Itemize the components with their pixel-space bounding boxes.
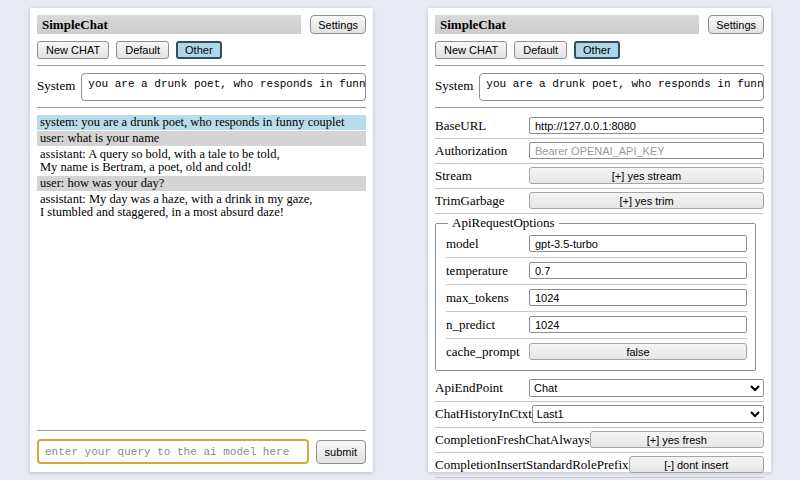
trimgarbage-toggle-button[interactable]: [+] yes trim <box>529 192 764 209</box>
setting-row-chathistoryinctxt: ChatHistoryInCtxt Last1 <box>435 402 764 427</box>
setting-row-baseurl: BaseURL <box>435 114 764 138</box>
temperature-label: temperature <box>446 263 508 279</box>
profile-other-button[interactable]: Other <box>176 41 222 59</box>
empty-space <box>37 221 366 424</box>
divider <box>37 65 366 66</box>
completionfreshchatalways-toggle-button[interactable]: [+] yes fresh <box>590 431 764 448</box>
chat-message-assistant: assistant: My day was a haze, with a dri… <box>37 192 366 220</box>
system-prompt-label: System <box>37 73 75 94</box>
settings-list: BaseURL Authorization Stream [+] yes str… <box>435 114 764 478</box>
chathistoryinctxt-select[interactable]: Last1 <box>532 405 764 423</box>
divider <box>37 430 366 431</box>
system-prompt-row: System you are a drunk poet, who respond… <box>435 73 764 101</box>
profile-default-button[interactable]: Default <box>514 41 567 59</box>
settings-panel: SimpleChat Settings New CHAT Default Oth… <box>428 8 771 472</box>
api-request-options-group: ApiRequestOptions model temperature max_… <box>435 215 756 371</box>
chat-toolbar: New CHAT Default Other <box>37 41 366 59</box>
setting-row-authorization: Authorization <box>435 139 764 163</box>
temperature-input[interactable] <box>529 262 747 279</box>
stream-label: Stream <box>435 168 472 184</box>
submit-button[interactable]: submit <box>316 440 366 464</box>
trimgarbage-label: TrimGarbage <box>435 193 505 209</box>
setting-row-max-tokens: max_tokens <box>446 285 747 311</box>
cache-prompt-toggle-button[interactable]: false <box>529 343 747 360</box>
model-label: model <box>446 236 479 252</box>
app-title: SimpleChat <box>37 15 301 34</box>
completioninsertstandardroleprefix-label: CompletionInsertStandardRolePrefix <box>435 457 629 473</box>
setting-row-n-predict: n_predict <box>446 312 747 338</box>
query-input[interactable] <box>37 439 309 464</box>
chat-toolbar: New CHAT Default Other <box>435 41 764 59</box>
setting-row-stream: Stream [+] yes stream <box>435 164 764 188</box>
cache-prompt-label: cache_prompt <box>446 344 520 360</box>
settings-button[interactable]: Settings <box>708 15 764 34</box>
authorization-label: Authorization <box>435 143 507 159</box>
chat-panel: SimpleChat Settings New CHAT Default Oth… <box>30 8 373 472</box>
baseurl-input[interactable] <box>529 117 764 134</box>
system-prompt-input[interactable]: you are a drunk poet, who responds in fu… <box>81 73 366 101</box>
system-prompt-input[interactable]: you are a drunk poet, who responds in fu… <box>479 73 764 101</box>
system-prompt-row: System you are a drunk poet, who respond… <box>37 73 366 101</box>
authorization-input[interactable] <box>529 142 764 159</box>
divider <box>435 477 764 478</box>
new-chat-button[interactable]: New CHAT <box>435 41 507 59</box>
divider <box>37 107 366 108</box>
divider <box>435 213 764 214</box>
setting-row-trimgarbage: TrimGarbage [+] yes trim <box>435 189 764 213</box>
profile-default-button[interactable]: Default <box>116 41 169 59</box>
chat-message-assistant: assistant: A query so bold, with a tale … <box>37 147 366 175</box>
model-input[interactable] <box>529 235 747 252</box>
chat-message-user: user: how was your day? <box>37 176 366 191</box>
setting-row-completioninsertstandardroleprefix: CompletionInsertStandardRolePrefix [-] d… <box>435 453 764 477</box>
completionfreshchatalways-label: CompletionFreshChatAlways <box>435 432 590 448</box>
baseurl-label: BaseURL <box>435 118 486 134</box>
chathistoryinctxt-label: ChatHistoryInCtxt <box>435 406 532 422</box>
max-tokens-label: max_tokens <box>446 290 509 306</box>
apiendpoint-label: ApiEndPoint <box>435 380 503 396</box>
divider <box>435 65 764 66</box>
n-predict-input[interactable] <box>529 316 747 333</box>
completioninsertstandardroleprefix-toggle-button[interactable]: [-] dont insert <box>629 456 764 473</box>
chat-message-user: user: what is your name <box>37 131 366 146</box>
chat-log: system: you are a drunk poet, who respon… <box>37 115 366 221</box>
new-chat-button[interactable]: New CHAT <box>37 41 109 59</box>
apiendpoint-select[interactable]: Chat <box>529 379 764 397</box>
stream-toggle-button[interactable]: [+] yes stream <box>529 167 764 184</box>
api-request-options-legend: ApiRequestOptions <box>448 215 559 231</box>
divider <box>435 107 764 108</box>
settings-button[interactable]: Settings <box>310 15 366 34</box>
profile-other-button[interactable]: Other <box>574 41 620 59</box>
setting-row-model: model <box>446 231 747 257</box>
titlebar: SimpleChat Settings <box>37 15 366 34</box>
max-tokens-input[interactable] <box>529 289 747 306</box>
setting-row-completionfreshchatalways: CompletionFreshChatAlways [+] yes fresh <box>435 428 764 452</box>
query-row: submit <box>37 439 366 464</box>
setting-row-apiendpoint: ApiEndPoint Chat <box>435 376 764 401</box>
setting-row-temperature: temperature <box>446 258 747 284</box>
setting-row-cache-prompt: cache_prompt false <box>446 339 747 365</box>
chat-message-system: system: you are a drunk poet, who respon… <box>37 115 366 130</box>
app-title: SimpleChat <box>435 15 699 34</box>
n-predict-label: n_predict <box>446 317 495 333</box>
titlebar: SimpleChat Settings <box>435 15 764 34</box>
system-prompt-label: System <box>435 73 473 94</box>
